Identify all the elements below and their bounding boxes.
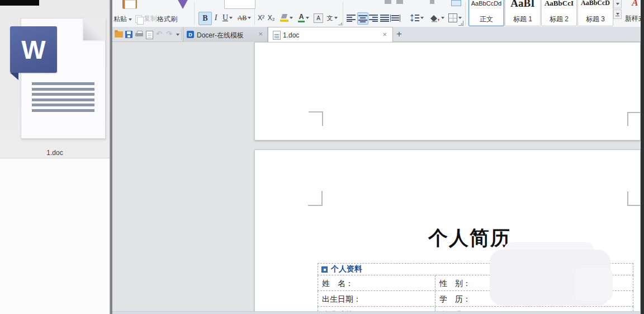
tab-bar: ↶ ↷ D Docer-在线模板 × 1.doc × + (112, 27, 641, 42)
italic-glyph: I (215, 13, 217, 22)
style-scroll-up-button[interactable] (613, 0, 622, 8)
redo-button[interactable]: ↷ (166, 30, 172, 38)
subscript-button[interactable]: X₂ (267, 12, 276, 24)
toolbar-icon-partial (385, 0, 391, 4)
thumb-text-line (32, 82, 94, 85)
char-shading-glyph: A (316, 15, 320, 21)
align-left-icon (347, 15, 356, 22)
thumb-text-line (32, 104, 94, 106)
align-center-button[interactable] (357, 12, 368, 25)
font-size-combo-partial[interactable] (224, 0, 255, 9)
chevron-down-icon (334, 17, 338, 19)
panel-lower-area (0, 158, 110, 314)
new-tab-button[interactable]: + (396, 29, 402, 40)
margin-mark (627, 191, 642, 206)
thumb-text-line (32, 109, 94, 112)
group-separator (194, 2, 195, 25)
align-left-button[interactable] (346, 12, 356, 24)
paint-bucket-icon (429, 14, 440, 22)
screen: W 1.doc 粘贴 复制 格式刷 B (0, 0, 644, 314)
font-color-button[interactable]: A (297, 12, 310, 24)
distribute-button[interactable] (390, 12, 400, 24)
align-right-button[interactable] (368, 12, 378, 24)
italic-button[interactable]: I (212, 12, 220, 24)
undo-button[interactable]: ↶ (156, 30, 162, 38)
chevron-down-icon (290, 17, 293, 19)
print-button[interactable] (135, 31, 143, 38)
new-style-button[interactable]: A 新样式 (624, 0, 641, 25)
quick-access-dropdown[interactable] (176, 34, 179, 36)
paste-label: 粘贴 (113, 15, 127, 24)
tab-close-button[interactable]: × (258, 30, 263, 38)
chevron-down-icon (441, 17, 444, 19)
cell-name[interactable]: 姓 名： (318, 275, 435, 290)
save-button[interactable] (125, 31, 132, 38)
align-right-icon (369, 15, 378, 22)
underline-glyph: U (222, 13, 228, 22)
format-painter-brush-icon[interactable] (178, 0, 188, 9)
style-normal[interactable]: AaBbCcDd 正文 (468, 0, 504, 26)
redaction-blur (575, 268, 613, 301)
wps-writer-icon: W (10, 26, 57, 73)
bold-button[interactable]: B (198, 12, 212, 25)
borders-icon (448, 13, 457, 22)
toolbar-icon-partial (430, 0, 434, 4)
superscript-button[interactable]: X² (257, 12, 266, 24)
char-shading-button[interactable]: A (314, 12, 323, 24)
new-style-label: 新样式 (625, 14, 641, 25)
line-spacing-icon (410, 14, 419, 22)
tab-label: Docer-在线模板 (197, 31, 244, 40)
style-label: 正文 (480, 15, 493, 26)
cell-birthdate[interactable]: 出生日期： (318, 291, 435, 306)
style-gallery-scroll (613, 0, 622, 19)
print-preview-button[interactable] (146, 31, 153, 39)
justify-button[interactable] (380, 12, 390, 24)
underline-button[interactable]: U (221, 12, 234, 24)
style-heading2[interactable]: AaBbCcI 标题 2 (541, 0, 577, 26)
strikethrough-glyph: AB (238, 14, 247, 22)
style-scroll-more-button[interactable] (613, 10, 622, 19)
phonetic-guide-icon: 文 (327, 14, 333, 22)
copy-icon (135, 15, 142, 23)
personal-info-bullet-icon (321, 266, 328, 273)
justify-icon (380, 15, 389, 22)
superscript-glyph: X² (258, 14, 264, 22)
style-heading3[interactable]: AaBbCcD 标题 3 (577, 0, 613, 26)
tab-docer[interactable]: D Docer-在线模板 × (183, 27, 268, 42)
shading-button[interactable] (428, 12, 445, 24)
toolbar-icon-partial (451, 0, 461, 6)
line-spacing-button[interactable] (409, 12, 425, 24)
font-color-icon: A (298, 13, 305, 22)
thumb-text-line (32, 88, 94, 91)
align-center-icon (358, 15, 367, 22)
paste-button[interactable]: 粘贴 (113, 15, 132, 24)
style-preview: AaBbCcI (544, 0, 574, 15)
format-painter-button[interactable]: 格式刷 (157, 15, 177, 24)
font-color-glyph: A (299, 13, 304, 20)
new-style-icon: A (632, 0, 638, 14)
window-bottom-edge (112, 311, 641, 314)
chevron-down-icon (616, 3, 619, 5)
chevron-down-icon (306, 17, 309, 19)
file-name-label[interactable]: 1.doc (0, 149, 110, 157)
style-label: 标题 2 (550, 15, 569, 26)
tab-1doc[interactable]: 1.doc × (268, 27, 393, 42)
file-panel: W 1.doc (0, 0, 110, 314)
copy-label: 复制 (144, 14, 157, 24)
tab-label: 1.doc (283, 31, 299, 39)
paste-icon[interactable] (122, 0, 137, 9)
chevron-down-icon (129, 18, 132, 21)
highlight-color-button[interactable] (279, 12, 293, 24)
strikethrough-button[interactable]: AB (235, 12, 253, 24)
style-label: 标题 1 (513, 15, 532, 26)
copy-button[interactable]: 复制 (135, 14, 157, 24)
char-shading-icon: A (314, 13, 323, 23)
paragraph-dialog-launcher[interactable] (458, 21, 463, 26)
style-heading1[interactable]: AaBI 标题 1 (505, 0, 541, 26)
open-file-button[interactable] (115, 31, 123, 38)
wps-w-glyph: W (21, 35, 45, 65)
page-fold-icon (83, 18, 106, 40)
tab-close-button[interactable]: × (382, 31, 387, 38)
phonetic-guide-button[interactable]: 文 (325, 12, 339, 24)
group-separator (465, 2, 466, 25)
